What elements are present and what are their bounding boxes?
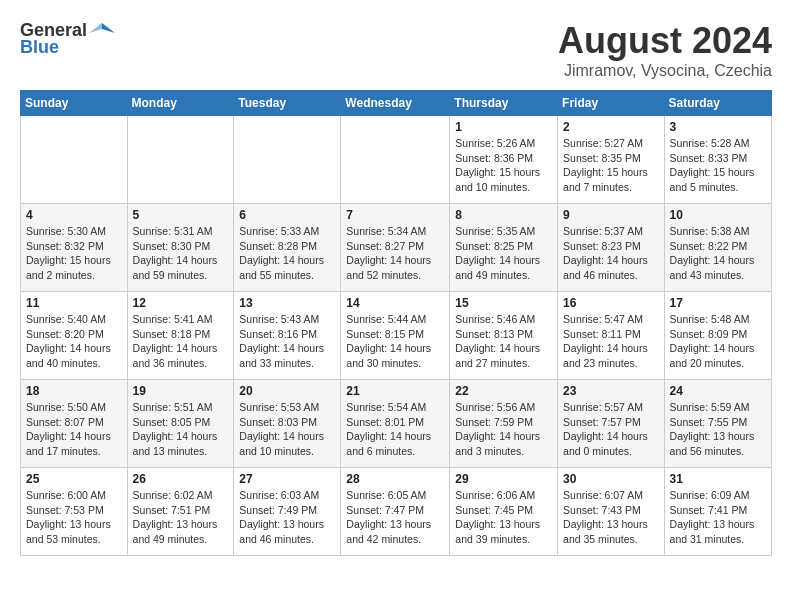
- day-number: 19: [133, 384, 229, 398]
- calendar-week-row: 4Sunrise: 5:30 AMSunset: 8:32 PMDaylight…: [21, 204, 772, 292]
- calendar-cell: 4Sunrise: 5:30 AMSunset: 8:32 PMDaylight…: [21, 204, 128, 292]
- calendar-cell: 17Sunrise: 5:48 AMSunset: 8:09 PMDayligh…: [664, 292, 771, 380]
- calendar-cell: 22Sunrise: 5:56 AMSunset: 7:59 PMDayligh…: [450, 380, 558, 468]
- day-number: 5: [133, 208, 229, 222]
- svg-marker-0: [102, 23, 115, 33]
- day-info: Sunrise: 5:40 AMSunset: 8:20 PMDaylight:…: [26, 312, 122, 371]
- day-number: 21: [346, 384, 444, 398]
- day-info: Sunrise: 6:03 AMSunset: 7:49 PMDaylight:…: [239, 488, 335, 547]
- calendar-cell: 9Sunrise: 5:37 AMSunset: 8:23 PMDaylight…: [558, 204, 665, 292]
- day-info: Sunrise: 5:34 AMSunset: 8:27 PMDaylight:…: [346, 224, 444, 283]
- calendar-week-row: 1Sunrise: 5:26 AMSunset: 8:36 PMDaylight…: [21, 116, 772, 204]
- calendar-cell: 25Sunrise: 6:00 AMSunset: 7:53 PMDayligh…: [21, 468, 128, 556]
- calendar-cell: 26Sunrise: 6:02 AMSunset: 7:51 PMDayligh…: [127, 468, 234, 556]
- calendar-table: SundayMondayTuesdayWednesdayThursdayFrid…: [20, 90, 772, 556]
- calendar-week-row: 18Sunrise: 5:50 AMSunset: 8:07 PMDayligh…: [21, 380, 772, 468]
- day-of-week-header: Wednesday: [341, 91, 450, 116]
- location-title: Jimramov, Vysocina, Czechia: [558, 62, 772, 80]
- calendar-cell: 5Sunrise: 5:31 AMSunset: 8:30 PMDaylight…: [127, 204, 234, 292]
- day-of-week-header: Saturday: [664, 91, 771, 116]
- day-info: Sunrise: 6:05 AMSunset: 7:47 PMDaylight:…: [346, 488, 444, 547]
- calendar-cell: 7Sunrise: 5:34 AMSunset: 8:27 PMDaylight…: [341, 204, 450, 292]
- day-of-week-header: Sunday: [21, 91, 128, 116]
- logo-blue-text: Blue: [20, 37, 59, 58]
- day-info: Sunrise: 5:57 AMSunset: 7:57 PMDaylight:…: [563, 400, 659, 459]
- day-number: 1: [455, 120, 552, 134]
- day-number: 12: [133, 296, 229, 310]
- day-number: 15: [455, 296, 552, 310]
- month-title: August 2024: [558, 20, 772, 62]
- calendar-cell: 20Sunrise: 5:53 AMSunset: 8:03 PMDayligh…: [234, 380, 341, 468]
- day-info: Sunrise: 5:54 AMSunset: 8:01 PMDaylight:…: [346, 400, 444, 459]
- day-info: Sunrise: 6:07 AMSunset: 7:43 PMDaylight:…: [563, 488, 659, 547]
- calendar-cell: 1Sunrise: 5:26 AMSunset: 8:36 PMDaylight…: [450, 116, 558, 204]
- day-number: 13: [239, 296, 335, 310]
- day-number: 24: [670, 384, 766, 398]
- day-info: Sunrise: 5:47 AMSunset: 8:11 PMDaylight:…: [563, 312, 659, 371]
- calendar-cell: 13Sunrise: 5:43 AMSunset: 8:16 PMDayligh…: [234, 292, 341, 380]
- calendar-cell: 11Sunrise: 5:40 AMSunset: 8:20 PMDayligh…: [21, 292, 128, 380]
- day-number: 18: [26, 384, 122, 398]
- day-info: Sunrise: 5:37 AMSunset: 8:23 PMDaylight:…: [563, 224, 659, 283]
- day-number: 30: [563, 472, 659, 486]
- calendar-cell: 19Sunrise: 5:51 AMSunset: 8:05 PMDayligh…: [127, 380, 234, 468]
- day-number: 31: [670, 472, 766, 486]
- day-info: Sunrise: 5:30 AMSunset: 8:32 PMDaylight:…: [26, 224, 122, 283]
- day-number: 14: [346, 296, 444, 310]
- day-number: 20: [239, 384, 335, 398]
- day-info: Sunrise: 6:02 AMSunset: 7:51 PMDaylight:…: [133, 488, 229, 547]
- calendar-cell: 21Sunrise: 5:54 AMSunset: 8:01 PMDayligh…: [341, 380, 450, 468]
- day-number: 10: [670, 208, 766, 222]
- calendar-cell: 3Sunrise: 5:28 AMSunset: 8:33 PMDaylight…: [664, 116, 771, 204]
- day-of-week-header: Tuesday: [234, 91, 341, 116]
- calendar-cell: 18Sunrise: 5:50 AMSunset: 8:07 PMDayligh…: [21, 380, 128, 468]
- title-section: August 2024 Jimramov, Vysocina, Czechia: [558, 20, 772, 80]
- calendar-cell: 15Sunrise: 5:46 AMSunset: 8:13 PMDayligh…: [450, 292, 558, 380]
- day-info: Sunrise: 5:56 AMSunset: 7:59 PMDaylight:…: [455, 400, 552, 459]
- calendar-cell: [234, 116, 341, 204]
- day-info: Sunrise: 5:26 AMSunset: 8:36 PMDaylight:…: [455, 136, 552, 195]
- calendar-cell: 16Sunrise: 5:47 AMSunset: 8:11 PMDayligh…: [558, 292, 665, 380]
- day-number: 25: [26, 472, 122, 486]
- day-info: Sunrise: 5:41 AMSunset: 8:18 PMDaylight:…: [133, 312, 229, 371]
- day-info: Sunrise: 5:59 AMSunset: 7:55 PMDaylight:…: [670, 400, 766, 459]
- day-number: 9: [563, 208, 659, 222]
- day-number: 4: [26, 208, 122, 222]
- calendar-cell: 24Sunrise: 5:59 AMSunset: 7:55 PMDayligh…: [664, 380, 771, 468]
- day-number: 28: [346, 472, 444, 486]
- day-info: Sunrise: 5:35 AMSunset: 8:25 PMDaylight:…: [455, 224, 552, 283]
- calendar-header-row: SundayMondayTuesdayWednesdayThursdayFrid…: [21, 91, 772, 116]
- day-info: Sunrise: 5:28 AMSunset: 8:33 PMDaylight:…: [670, 136, 766, 195]
- calendar-cell: [341, 116, 450, 204]
- day-info: Sunrise: 6:06 AMSunset: 7:45 PMDaylight:…: [455, 488, 552, 547]
- calendar-cell: 2Sunrise: 5:27 AMSunset: 8:35 PMDaylight…: [558, 116, 665, 204]
- day-info: Sunrise: 5:50 AMSunset: 8:07 PMDaylight:…: [26, 400, 122, 459]
- day-info: Sunrise: 5:31 AMSunset: 8:30 PMDaylight:…: [133, 224, 229, 283]
- day-info: Sunrise: 5:27 AMSunset: 8:35 PMDaylight:…: [563, 136, 659, 195]
- calendar-cell: [21, 116, 128, 204]
- calendar-cell: 30Sunrise: 6:07 AMSunset: 7:43 PMDayligh…: [558, 468, 665, 556]
- logo-bird-icon: [89, 21, 115, 41]
- day-info: Sunrise: 5:48 AMSunset: 8:09 PMDaylight:…: [670, 312, 766, 371]
- day-info: Sunrise: 5:53 AMSunset: 8:03 PMDaylight:…: [239, 400, 335, 459]
- calendar-cell: 14Sunrise: 5:44 AMSunset: 8:15 PMDayligh…: [341, 292, 450, 380]
- day-number: 29: [455, 472, 552, 486]
- calendar-cell: 28Sunrise: 6:05 AMSunset: 7:47 PMDayligh…: [341, 468, 450, 556]
- day-info: Sunrise: 5:46 AMSunset: 8:13 PMDaylight:…: [455, 312, 552, 371]
- calendar-cell: 12Sunrise: 5:41 AMSunset: 8:18 PMDayligh…: [127, 292, 234, 380]
- header: General Blue August 2024 Jimramov, Vysoc…: [20, 20, 772, 80]
- calendar-cell: 8Sunrise: 5:35 AMSunset: 8:25 PMDaylight…: [450, 204, 558, 292]
- day-number: 8: [455, 208, 552, 222]
- calendar-cell: 27Sunrise: 6:03 AMSunset: 7:49 PMDayligh…: [234, 468, 341, 556]
- day-number: 26: [133, 472, 229, 486]
- day-number: 27: [239, 472, 335, 486]
- day-info: Sunrise: 6:00 AMSunset: 7:53 PMDaylight:…: [26, 488, 122, 547]
- calendar-cell: 6Sunrise: 5:33 AMSunset: 8:28 PMDaylight…: [234, 204, 341, 292]
- day-number: 17: [670, 296, 766, 310]
- logo: General Blue: [20, 20, 115, 58]
- day-info: Sunrise: 6:09 AMSunset: 7:41 PMDaylight:…: [670, 488, 766, 547]
- calendar-week-row: 25Sunrise: 6:00 AMSunset: 7:53 PMDayligh…: [21, 468, 772, 556]
- day-number: 16: [563, 296, 659, 310]
- day-number: 6: [239, 208, 335, 222]
- day-info: Sunrise: 5:44 AMSunset: 8:15 PMDaylight:…: [346, 312, 444, 371]
